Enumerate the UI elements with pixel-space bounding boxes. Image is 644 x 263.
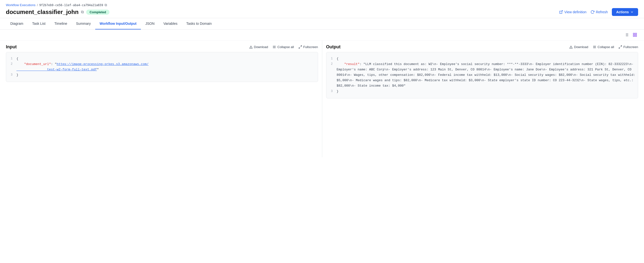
svg-rect-10	[636, 35, 637, 36]
copy-id-icon[interactable]: ⧉	[104, 3, 107, 7]
tab-variables[interactable]: Variables	[159, 18, 182, 30]
output-download-label: Download	[574, 45, 588, 49]
execution-id: 9f2b7eb9-ce56-11ef-aba4-ca794a21a659	[39, 4, 103, 7]
tab-json[interactable]: JSON	[141, 18, 159, 30]
svg-line-16	[299, 47, 300, 48]
tab-workflow-input-output[interactable]: Workflow Input/Output	[95, 18, 141, 30]
list-icon	[624, 33, 629, 37]
io-container: Input Download Collapse all Fullscreen 1	[0, 40, 644, 163]
input-fullscreen-label: Fullscreen	[303, 45, 318, 49]
input-collapse-button[interactable]: Collapse all	[272, 45, 294, 49]
chevron-down-icon	[630, 10, 634, 14]
input-download-label: Download	[254, 45, 268, 49]
grid-icon	[633, 33, 637, 37]
breadcrumb-separator: /	[37, 3, 38, 7]
view-definition-label: View definition	[564, 10, 586, 14]
output-panel-header: Output Download Collapse all Fullscreen	[326, 40, 638, 52]
output-panel-title: Output	[326, 44, 341, 50]
output-fullscreen-button[interactable]: Fullscreen	[618, 45, 638, 49]
svg-line-22	[619, 47, 620, 48]
tab-timeline[interactable]: Timeline	[50, 18, 72, 30]
fullscreen-icon	[298, 45, 302, 49]
status-badge: Completed	[86, 10, 110, 15]
output-collapse-label: Collapse all	[598, 45, 614, 49]
svg-line-15	[300, 46, 302, 46]
tab-diagram[interactable]: Diagram	[6, 18, 28, 30]
title-left: document_classifier_john ⧉ Completed	[6, 8, 110, 16]
panel-divider	[322, 40, 322, 157]
actions-label: Actions	[616, 10, 629, 14]
breadcrumb-workflow-link[interactable]: Workflow Executions	[6, 3, 35, 7]
input-panel-actions: Download Collapse all Fullscreen	[249, 45, 318, 49]
code-line-1: 1 {	[8, 56, 316, 62]
input-code-block: 1 { 2 "document_url": "https://image-pro…	[6, 52, 318, 82]
output-fullscreen-icon	[618, 45, 622, 49]
grid-view-button[interactable]	[632, 32, 638, 39]
input-download-button[interactable]: Download	[249, 45, 268, 49]
svg-line-0	[560, 10, 562, 12]
input-fullscreen-button[interactable]: Fullscreen	[298, 45, 318, 49]
tab-tasks-to-domain[interactable]: Tasks to Domain	[182, 18, 216, 30]
output-panel: Output Download Collapse all Fullscreen …	[326, 40, 638, 157]
code-line-3: 3 }	[8, 72, 316, 78]
tab-summary[interactable]: Summary	[72, 18, 95, 30]
copy-title-icon[interactable]: ⧉	[81, 10, 84, 14]
collapse-icon	[272, 45, 276, 49]
tab-bar: Diagram Task List Timeline Summary Workf…	[0, 18, 644, 30]
output-code-line-2: 2 "result": "LLM classified this documen…	[328, 62, 636, 88]
input-collapse-label: Collapse all	[277, 45, 294, 49]
svg-rect-9	[633, 35, 634, 36]
tab-task-list[interactable]: Task List	[28, 18, 50, 30]
input-panel: Input Download Collapse all Fullscreen 1	[6, 40, 318, 157]
refresh-button[interactable]: Refresh	[590, 10, 608, 14]
page-title: document_classifier_john	[6, 8, 78, 16]
actions-button[interactable]: Actions	[612, 8, 638, 16]
output-download-icon	[569, 45, 573, 49]
output-collapse-icon	[593, 45, 596, 49]
list-view-button[interactable]	[624, 32, 630, 39]
svg-rect-8	[636, 33, 637, 34]
input-panel-title: Input	[6, 44, 17, 50]
output-code-line-3: 3 }	[328, 89, 636, 94]
output-fullscreen-label: Fullscreen	[624, 45, 638, 49]
svg-rect-7	[633, 33, 634, 34]
output-code-line-1: 1 {	[328, 56, 636, 62]
breadcrumb: Workflow Executions / 9f2b7eb9-ce56-11ef…	[6, 3, 638, 7]
svg-line-21	[621, 46, 622, 46]
view-toolbar	[0, 30, 644, 40]
header-actions: View definition Refresh Actions	[559, 8, 638, 16]
output-collapse-button[interactable]: Collapse all	[593, 45, 614, 49]
view-definition-button[interactable]: View definition	[559, 10, 586, 14]
input-panel-header: Input Download Collapse all Fullscreen	[6, 40, 318, 52]
page-header: Workflow Executions / 9f2b7eb9-ce56-11ef…	[0, 0, 644, 18]
output-code-block: 1 { 2 "result": "LLM classified this doc…	[326, 52, 638, 98]
refresh-label: Refresh	[596, 10, 608, 14]
refresh-icon	[590, 10, 594, 14]
output-download-button[interactable]: Download	[569, 45, 588, 49]
code-line-2: 2 "document_url": "https://image-process…	[8, 62, 316, 72]
download-icon	[249, 45, 253, 49]
output-panel-actions: Download Collapse all Fullscreen	[569, 45, 638, 49]
title-row: document_classifier_john ⧉ Completed Vie…	[6, 8, 638, 16]
external-link-icon	[559, 10, 563, 14]
